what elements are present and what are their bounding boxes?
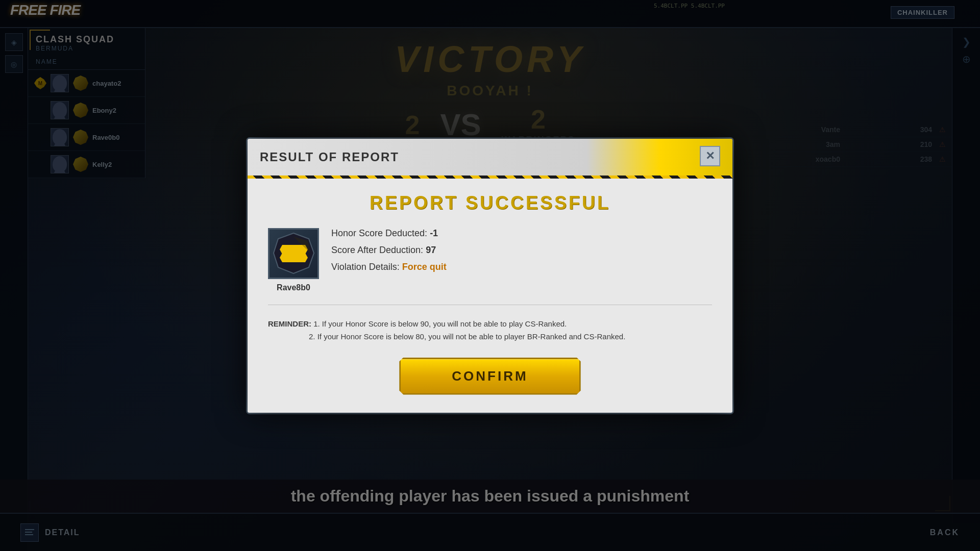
reminder-label: REMINDER: [268, 319, 311, 328]
violation-line: Violation Details: Force quit [331, 262, 712, 272]
modal-titlebar: RESULT OF REPORT ✕ [248, 139, 732, 177]
violation-value: Force quit [402, 262, 447, 272]
svg-marker-2 [280, 253, 308, 262]
confirm-button-wrap: CONFIRM [268, 358, 712, 395]
modal-title: RESULT OF REPORT [260, 150, 399, 164]
score-after-label: Score After Deduction: [331, 245, 423, 255]
violation-label: Violation Details: [331, 262, 400, 272]
report-details: Honor Score Deducted: -1 Score After Ded… [331, 228, 712, 279]
modal-close-button[interactable]: ✕ [700, 146, 720, 166]
reminder-line1: 1. If your Honor Score is below 90, you … [313, 319, 567, 328]
player-badge-icon [272, 232, 315, 275]
reminder-line2: 2. If your Honor Score is below 80, you … [268, 332, 625, 341]
reminder-text: REMINDER: 1. If your Honor Score is belo… [268, 317, 712, 343]
honor-score-line: Honor Score Deducted: -1 [331, 228, 712, 239]
reported-avatar [268, 228, 319, 279]
report-success-title: REPORT SUCCESSFUL [268, 192, 712, 214]
modal-overlay: RESULT OF REPORT ✕ REPORT SUCCESSFUL [0, 0, 980, 551]
score-after-line: Score After Deduction: 97 [331, 245, 712, 256]
reported-player-card: Rave8b0 [268, 228, 319, 292]
reminder-section: REMINDER: 1. If your Honor Score is belo… [268, 317, 712, 343]
player-info-row: Rave8b0 Honor Score Deducted: -1 Score A… [268, 228, 712, 305]
score-after-value: 97 [426, 245, 436, 255]
honor-score-value: -1 [430, 228, 438, 238]
report-result-modal: RESULT OF REPORT ✕ REPORT SUCCESSFUL [248, 139, 732, 413]
confirm-button[interactable]: CONFIRM [399, 358, 580, 395]
modal-body: REPORT SUCCESSFUL [248, 177, 732, 413]
honor-score-label: Honor Score Deducted: [331, 228, 427, 238]
reported-player-name: Rave8b0 [277, 283, 310, 292]
